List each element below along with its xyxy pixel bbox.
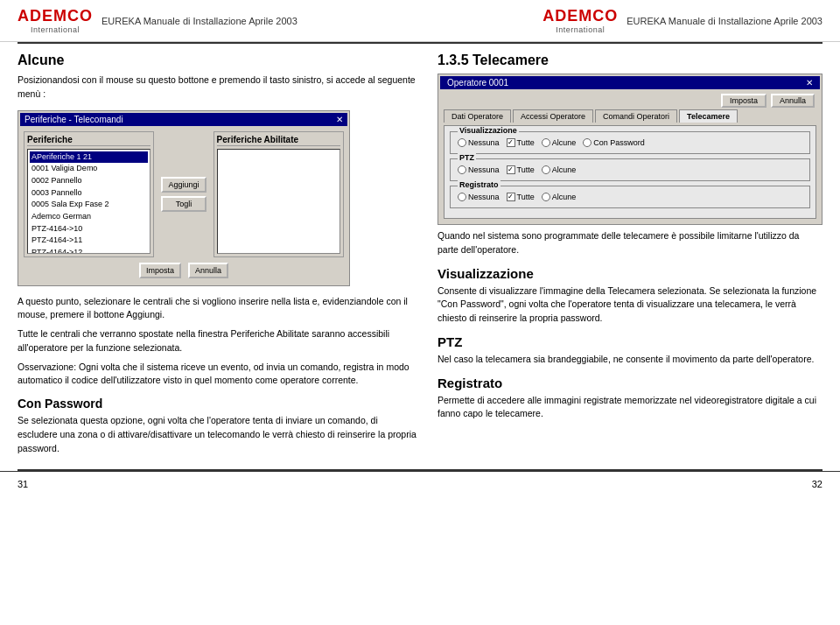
nessuna-radio-reg[interactable]: Nessuna — [458, 193, 500, 201]
tele-annulla-button[interactable]: Annulla — [771, 94, 815, 108]
win-body: Periferiche APeriferiche 1 21 0001 Valig… — [20, 128, 347, 284]
win-middle-buttons: Aggiungi Togli — [158, 131, 209, 257]
radio-alcune-reg — [542, 193, 550, 201]
visualizzazione-row: Nessuna Tutte Alcune Con Password — [458, 136, 802, 150]
imposta-button-win[interactable]: Imposta — [139, 263, 181, 278]
visualizzazione-section-text: Consente di visualizzare l'immagine dell… — [438, 284, 822, 326]
abilitate-panel: Periferiche Abilitate — [214, 131, 344, 257]
telecamere-window: Operatore 0001 ✕ Imposta Annulla Dati Op… — [438, 74, 822, 225]
ademco-logo-right: ADEMCO — [542, 7, 618, 25]
tutte-label-reg: Tutte — [517, 193, 535, 201]
abilitate-panel-title: Periferiche Abilitate — [217, 135, 340, 146]
registrato-section-text: Permette di accedere alle immagini regis… — [438, 394, 822, 422]
left-para3: Osservazione: Ogni volta che il sistema … — [18, 361, 420, 389]
ptz-section-text: Nel caso la telecamera sia brandeggiabil… — [438, 353, 822, 367]
list-item[interactable]: PTZ-4164->10 — [30, 223, 148, 235]
visualizzazione-group: Visualizzazione Nessuna Tutte Alcune — [450, 131, 810, 154]
radio-nessuna-ptz — [458, 165, 466, 174]
tab-telecamere[interactable]: Telecamere — [679, 109, 738, 123]
left-para2: Tutte le centrali che verranno spostate … — [18, 327, 420, 355]
list-item[interactable]: 0001 Valigia Demo — [30, 163, 148, 175]
tutte-radio-ptz[interactable]: Tutte — [507, 165, 535, 174]
ptz-section-title: PTZ — [438, 334, 822, 349]
ptz-group-label: PTZ — [458, 153, 476, 162]
left-para1: A questo punto, selezionare le centrali … — [18, 295, 420, 323]
tutte-label-viz: Tutte — [517, 138, 535, 147]
registrato-row: Nessuna Tutte Alcune — [458, 190, 802, 204]
nessuna-radio-viz[interactable]: Nessuna — [458, 138, 500, 147]
ptz-row: Nessuna Tutte Alcune — [458, 163, 802, 177]
tele-tabs: Dati Operatore Accessi Operatore Comandi… — [440, 109, 820, 123]
radio-icon-nessuna-viz — [458, 138, 466, 147]
right-intro-text: Quando nel sistema sono programmate dell… — [438, 229, 822, 257]
aggiungi-button[interactable]: Aggiungi — [161, 177, 206, 193]
registrato-group: Registrato Nessuna Tutte Alcune — [450, 186, 810, 208]
right-section-title: 1.3.5 Telecamere — [438, 53, 822, 68]
alcune-radio-viz[interactable]: Alcune — [542, 138, 577, 147]
header-right: ADEMCO International EUREKA Manuale di I… — [542, 7, 822, 34]
right-column: 1.3.5 Telecamere Operatore 0001 ✕ Impost… — [438, 53, 822, 460]
tele-top-buttons: Imposta Annulla — [440, 92, 820, 109]
win-inner: Periferiche APeriferiche 1 21 0001 Valig… — [24, 131, 344, 257]
header-title-left: EUREKA Manuale di Installazione Aprile 2… — [102, 16, 298, 26]
logo-right: ADEMCO International — [542, 7, 618, 34]
tutte-radio-reg[interactable]: Tutte — [507, 193, 535, 201]
visualizzazione-group-label: Visualizzazione — [458, 126, 519, 135]
left-page-number: 31 — [18, 479, 28, 489]
logo-left: ADEMCO International — [18, 7, 93, 34]
alcune-label-ptz: Alcune — [552, 165, 577, 174]
tele-content: Visualizzazione Nessuna Tutte Alcune — [444, 125, 816, 219]
tab-accessi-operatore[interactable]: Accessi Operatore — [513, 109, 593, 123]
nessuna-radio-ptz[interactable]: Nessuna — [458, 165, 500, 174]
togli-button[interactable]: Togli — [161, 196, 206, 212]
page-footer: 31 32 — [0, 471, 840, 494]
tab-dati-operatore[interactable]: Dati Operatore — [444, 109, 511, 123]
con-password-label-viz: Con Password — [593, 138, 645, 147]
con-password-title: Con Password — [18, 397, 420, 411]
tutte-radio-viz[interactable]: Tutte — [507, 138, 535, 147]
registrato-section-title: Registrato — [438, 376, 822, 390]
alcune-radio-ptz[interactable]: Alcune — [542, 165, 577, 174]
tab-comandi-operatori[interactable]: Comandi Operatori — [595, 109, 677, 123]
win-titlebar: Periferiche - Telecomandi ✕ — [20, 113, 347, 126]
con-password-radio-viz[interactable]: Con Password — [583, 138, 645, 147]
list-item[interactable]: PTZ-4164->11 — [30, 235, 148, 247]
annulla-button-win[interactable]: Annulla — [188, 263, 228, 278]
alcune-radio-reg[interactable]: Alcune — [542, 193, 577, 201]
list-item[interactable]: 0005 Sala Exp Fase 2 — [30, 199, 148, 211]
left-section-title: Alcune — [18, 53, 420, 68]
international-label-left: International — [31, 25, 80, 34]
nessuna-label-viz: Nessuna — [468, 138, 500, 147]
win-close-icon: ✕ — [336, 115, 343, 124]
radio-alcune-ptz — [542, 165, 550, 174]
tele-win-close-icon: ✕ — [806, 78, 813, 88]
right-page-number: 32 — [812, 479, 822, 489]
checkbox-tutte-reg — [507, 193, 515, 201]
win-title: Periferiche - Telecomandi — [24, 115, 123, 124]
list-item[interactable]: 0002 Pannello — [30, 175, 148, 187]
alcune-label-reg: Alcune — [552, 193, 577, 201]
radio-conpwd-viz — [583, 138, 592, 147]
list-item[interactable]: Ademco German — [30, 211, 148, 223]
con-password-text: Se selezionata questa opzione, ogni volt… — [18, 414, 420, 455]
international-label-right: International — [556, 25, 605, 34]
page-header: ADEMCO International EUREKA Manuale di I… — [0, 0, 840, 42]
abilitate-listbox[interactable] — [217, 149, 340, 254]
list-item[interactable]: PTZ-4164->12 — [30, 247, 148, 254]
nessuna-label-reg: Nessuna — [468, 193, 500, 201]
list-item[interactable]: 0003 Pannello — [30, 187, 148, 200]
periferiche-panel-title: Periferiche — [27, 135, 150, 146]
ademco-logo-left: ADEMCO — [18, 7, 93, 25]
nessuna-label-ptz: Nessuna — [468, 165, 500, 174]
periferiche-window: Periferiche - Telecomandi ✕ Periferiche … — [18, 110, 350, 286]
left-column: Alcune Posizionandosi con il mouse su qu… — [18, 53, 420, 460]
win-footer-buttons: Imposta Annulla — [24, 261, 344, 280]
list-item[interactable]: APeriferiche 1 21 — [30, 151, 148, 164]
tele-win-title: Operatore 0001 — [447, 78, 508, 88]
periferiche-panel: Periferiche APeriferiche 1 21 0001 Valig… — [24, 131, 154, 257]
periferiche-listbox[interactable]: APeriferiche 1 21 0001 Valigia Demo 0002… — [27, 149, 150, 254]
checkbox-tutte-viz — [507, 138, 515, 147]
tele-imposta-button[interactable]: Imposta — [721, 94, 766, 108]
main-content: Alcune Posizionandosi con il mouse su qu… — [0, 44, 840, 469]
registrato-group-label: Registrato — [458, 180, 500, 189]
